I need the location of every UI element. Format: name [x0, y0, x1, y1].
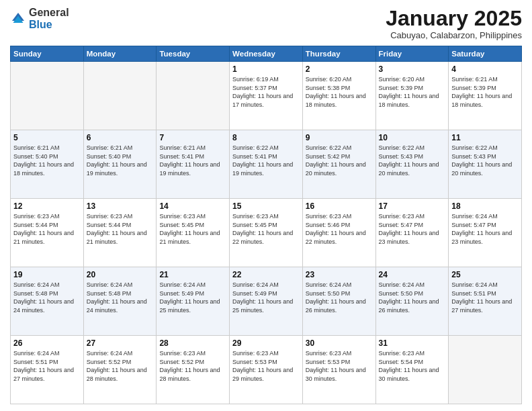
- table-row: 18Sunrise: 6:24 AM Sunset: 5:47 PM Dayli…: [449, 199, 522, 267]
- table-row: 1Sunrise: 6:19 AM Sunset: 5:37 PM Daylig…: [230, 62, 303, 130]
- day-info: Sunrise: 6:22 AM Sunset: 5:43 PM Dayligh…: [451, 144, 519, 177]
- day-number: 19: [13, 270, 81, 279]
- day-number: 31: [379, 338, 446, 348]
- day-number: 21: [159, 270, 226, 279]
- table-row: 7Sunrise: 6:21 AM Sunset: 5:41 PM Daylig…: [157, 130, 230, 199]
- calendar-week-row: 19Sunrise: 6:24 AM Sunset: 5:48 PM Dayli…: [11, 267, 522, 336]
- day-info: Sunrise: 6:23 AM Sunset: 5:52 PM Dayligh…: [159, 349, 226, 383]
- table-row: 25Sunrise: 6:24 AM Sunset: 5:51 PM Dayli…: [449, 267, 522, 336]
- table-row: 10Sunrise: 6:22 AM Sunset: 5:43 PM Dayli…: [375, 130, 449, 199]
- table-row: 3Sunrise: 6:20 AM Sunset: 5:39 PM Daylig…: [375, 62, 449, 130]
- day-info: Sunrise: 6:19 AM Sunset: 5:37 PM Dayligh…: [232, 75, 300, 109]
- day-info: Sunrise: 6:23 AM Sunset: 5:54 PM Dayligh…: [379, 349, 446, 383]
- header: General Blue January 2025 Cabuyao, Calab…: [10, 7, 522, 40]
- table-row: 8Sunrise: 6:22 AM Sunset: 5:41 PM Daylig…: [230, 130, 303, 199]
- month-title: January 2025: [386, 7, 522, 30]
- logo-general-text: General: [29, 7, 69, 19]
- table-row: [157, 62, 230, 130]
- calendar-week-row: 1Sunrise: 6:19 AM Sunset: 5:37 PM Daylig…: [11, 62, 522, 130]
- col-thursday: Thursday: [302, 46, 375, 62]
- day-info: Sunrise: 6:21 AM Sunset: 5:41 PM Dayligh…: [159, 144, 226, 177]
- day-number: 3: [379, 64, 446, 74]
- col-sunday: Sunday: [11, 46, 84, 62]
- day-number: 1: [232, 64, 300, 74]
- table-row: 6Sunrise: 6:21 AM Sunset: 5:40 PM Daylig…: [83, 130, 157, 199]
- day-number: 23: [306, 270, 373, 279]
- day-number: 24: [379, 270, 446, 279]
- table-row: [11, 62, 84, 130]
- table-row: 27Sunrise: 6:24 AM Sunset: 5:52 PM Dayli…: [83, 336, 157, 404]
- day-info: Sunrise: 6:24 AM Sunset: 5:48 PM Dayligh…: [13, 281, 81, 314]
- table-row: 16Sunrise: 6:23 AM Sunset: 5:46 PM Dayli…: [302, 199, 375, 267]
- calendar-week-row: 26Sunrise: 6:24 AM Sunset: 5:51 PM Dayli…: [11, 336, 522, 404]
- location-subtitle: Cabuyao, Calabarzon, Philippines: [386, 30, 522, 40]
- day-number: 11: [451, 133, 519, 142]
- table-row: 2Sunrise: 6:20 AM Sunset: 5:38 PM Daylig…: [302, 62, 375, 130]
- day-info: Sunrise: 6:21 AM Sunset: 5:40 PM Dayligh…: [13, 144, 81, 177]
- day-number: 30: [306, 338, 373, 348]
- day-number: 16: [306, 201, 373, 211]
- calendar-week-row: 12Sunrise: 6:23 AM Sunset: 5:44 PM Dayli…: [11, 199, 522, 267]
- table-row: 4Sunrise: 6:21 AM Sunset: 5:39 PM Daylig…: [449, 62, 522, 130]
- day-number: 4: [451, 64, 519, 74]
- table-row: 13Sunrise: 6:23 AM Sunset: 5:44 PM Dayli…: [83, 199, 157, 267]
- day-info: Sunrise: 6:20 AM Sunset: 5:39 PM Dayligh…: [379, 75, 446, 109]
- day-info: Sunrise: 6:21 AM Sunset: 5:39 PM Dayligh…: [451, 75, 519, 109]
- day-number: 7: [159, 133, 226, 142]
- table-row: 28Sunrise: 6:23 AM Sunset: 5:52 PM Dayli…: [157, 336, 230, 404]
- day-info: Sunrise: 6:24 AM Sunset: 5:48 PM Dayligh…: [87, 281, 154, 314]
- day-info: Sunrise: 6:23 AM Sunset: 5:47 PM Dayligh…: [379, 212, 446, 246]
- day-number: 14: [159, 201, 226, 211]
- day-info: Sunrise: 6:24 AM Sunset: 5:50 PM Dayligh…: [379, 281, 446, 314]
- day-info: Sunrise: 6:23 AM Sunset: 5:44 PM Dayligh…: [87, 212, 154, 246]
- day-number: 18: [451, 201, 519, 211]
- calendar-week-row: 5Sunrise: 6:21 AM Sunset: 5:40 PM Daylig…: [11, 130, 522, 199]
- day-number: 9: [306, 133, 373, 142]
- table-row: 12Sunrise: 6:23 AM Sunset: 5:44 PM Dayli…: [11, 199, 84, 267]
- day-info: Sunrise: 6:22 AM Sunset: 5:42 PM Dayligh…: [306, 144, 373, 177]
- logo: General Blue: [10, 7, 69, 30]
- day-info: Sunrise: 6:22 AM Sunset: 5:41 PM Dayligh…: [232, 144, 300, 177]
- day-number: 6: [87, 133, 154, 142]
- table-row: 29Sunrise: 6:23 AM Sunset: 5:53 PM Dayli…: [230, 336, 303, 404]
- day-info: Sunrise: 6:20 AM Sunset: 5:38 PM Dayligh…: [306, 75, 373, 109]
- day-info: Sunrise: 6:24 AM Sunset: 5:51 PM Dayligh…: [451, 281, 519, 314]
- day-number: 8: [232, 133, 300, 142]
- day-info: Sunrise: 6:23 AM Sunset: 5:45 PM Dayligh…: [232, 212, 300, 246]
- day-info: Sunrise: 6:23 AM Sunset: 5:53 PM Dayligh…: [306, 349, 373, 383]
- col-friday: Friday: [375, 46, 449, 62]
- day-number: 17: [379, 201, 446, 211]
- table-row: 5Sunrise: 6:21 AM Sunset: 5:40 PM Daylig…: [11, 130, 84, 199]
- logo-blue-text: Blue: [29, 19, 69, 31]
- calendar-header-row: Sunday Monday Tuesday Wednesday Thursday…: [11, 46, 522, 62]
- day-number: 26: [13, 338, 81, 348]
- table-row: 15Sunrise: 6:23 AM Sunset: 5:45 PM Dayli…: [230, 199, 303, 267]
- table-row: 9Sunrise: 6:22 AM Sunset: 5:42 PM Daylig…: [302, 130, 375, 199]
- table-row: 20Sunrise: 6:24 AM Sunset: 5:48 PM Dayli…: [83, 267, 157, 336]
- day-info: Sunrise: 6:24 AM Sunset: 5:49 PM Dayligh…: [159, 281, 226, 314]
- col-saturday: Saturday: [449, 46, 522, 62]
- day-number: 25: [451, 270, 519, 279]
- table-row: 19Sunrise: 6:24 AM Sunset: 5:48 PM Dayli…: [11, 267, 84, 336]
- col-wednesday: Wednesday: [230, 46, 303, 62]
- table-row: 30Sunrise: 6:23 AM Sunset: 5:53 PM Dayli…: [302, 336, 375, 404]
- day-number: 20: [87, 270, 154, 279]
- day-number: 2: [306, 64, 373, 74]
- day-number: 13: [87, 201, 154, 211]
- day-info: Sunrise: 6:21 AM Sunset: 5:40 PM Dayligh…: [87, 144, 154, 177]
- table-row: 14Sunrise: 6:23 AM Sunset: 5:45 PM Dayli…: [157, 199, 230, 267]
- day-info: Sunrise: 6:24 AM Sunset: 5:51 PM Dayligh…: [13, 349, 81, 383]
- day-number: 15: [232, 201, 300, 211]
- table-row: 21Sunrise: 6:24 AM Sunset: 5:49 PM Dayli…: [157, 267, 230, 336]
- title-block: January 2025 Cabuyao, Calabarzon, Philip…: [386, 7, 522, 40]
- day-info: Sunrise: 6:23 AM Sunset: 5:53 PM Dayligh…: [232, 349, 300, 383]
- table-row: 17Sunrise: 6:23 AM Sunset: 5:47 PM Dayli…: [375, 199, 449, 267]
- day-number: 27: [87, 338, 154, 348]
- table-row: [83, 62, 157, 130]
- logo-text: General Blue: [29, 7, 69, 30]
- day-info: Sunrise: 6:22 AM Sunset: 5:43 PM Dayligh…: [379, 144, 446, 177]
- col-tuesday: Tuesday: [157, 46, 230, 62]
- day-number: 28: [159, 338, 226, 348]
- table-row: [449, 336, 522, 404]
- day-number: 22: [232, 270, 300, 279]
